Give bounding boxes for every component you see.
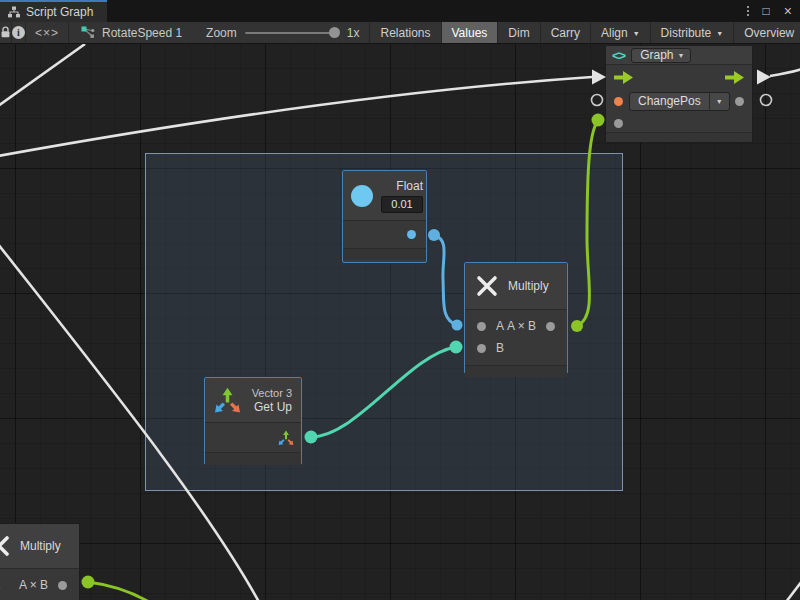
node-multiply[interactable]: Multiply A A × B B (464, 262, 568, 374)
distribute-label: Distribute (661, 26, 712, 40)
wire-end-dot-green (592, 114, 605, 127)
node-title: Multiply (20, 539, 61, 553)
value-output-port[interactable] (735, 97, 744, 106)
dim-button[interactable]: Dim (497, 22, 539, 43)
caret-down-icon: ▼ (678, 49, 691, 62)
wire-white-to-event-input (0, 77, 592, 156)
wire-white-corner (786, 581, 800, 600)
graph-dropdown[interactable]: Graph ▼ (631, 48, 691, 63)
distribute-button[interactable]: Distribute ▼ (650, 22, 734, 43)
tab-title: Script Graph (26, 5, 93, 19)
change-pos-dropdown[interactable]: ChangePos ▼ (629, 92, 730, 111)
graph-code-icon: <> (612, 48, 625, 63)
output-port[interactable] (58, 581, 67, 590)
code-view-button[interactable]: <×> (26, 22, 69, 43)
value-input-port[interactable] (614, 97, 623, 106)
caret-down-icon: ▼ (709, 93, 729, 110)
node-footer (343, 249, 426, 260)
zoom-slider[interactable] (245, 32, 339, 34)
dim-label: Dim (508, 26, 529, 40)
zoom-slider-handle[interactable] (329, 27, 340, 38)
node-footer (606, 133, 752, 142)
graph-canvas[interactable]: <> Graph ▼ Change (0, 44, 800, 600)
script-graph-icon (8, 6, 20, 18)
node-body: A A × B (0, 569, 79, 600)
node-body (205, 423, 301, 453)
flow-input-arrow-icon[interactable] (614, 71, 633, 84)
lock-icon (0, 26, 11, 39)
node-header: <> Graph ▼ (606, 46, 752, 65)
flow-output-arrow-icon[interactable] (725, 71, 744, 84)
float-output-port[interactable] (407, 230, 416, 239)
window-menu-icon[interactable] (747, 6, 749, 16)
graph-name-label: RotateSpeed 1 (102, 26, 182, 40)
relations-label: Relations (380, 26, 430, 40)
overview-button[interactable]: Overview (733, 22, 800, 43)
caret-down-icon: ▼ (716, 30, 723, 37)
node-title: Float (396, 179, 423, 193)
close-icon[interactable]: × (784, 3, 792, 19)
node-title: Multiply (508, 279, 549, 293)
code-icon: <×> (35, 26, 59, 40)
value-input-port-2[interactable] (614, 119, 623, 128)
node-header: Float 0.01 (343, 171, 426, 221)
overview-label: Overview (744, 26, 794, 40)
caret-down-icon: ▼ (633, 30, 640, 37)
zoom-control: Zoom 1x (192, 22, 367, 43)
node-vector3-get-up[interactable]: Vector 3 Get Up (204, 377, 302, 465)
port-circle-left (592, 95, 603, 106)
carry-label: Carry (551, 26, 580, 40)
change-pos-label: ChangePos (630, 94, 709, 108)
relations-button[interactable]: Relations (369, 22, 440, 43)
node-footer (205, 453, 301, 465)
toolbar-buttons: Relations Values Dim Carry Align ▼ Distr… (369, 22, 800, 43)
node-footer (465, 366, 567, 377)
graph-breadcrumb[interactable]: RotateSpeed 1 (69, 22, 192, 43)
float-value-field[interactable]: 0.01 (381, 196, 423, 213)
carry-button[interactable]: Carry (540, 22, 590, 43)
script-graph-window: Script Graph □ × i <×> (0, 0, 800, 600)
node-multiply-2[interactable]: Multiply A A × B (0, 523, 80, 600)
tab-script-graph[interactable]: Script Graph (0, 0, 107, 22)
node-float[interactable]: Float 0.01 (342, 170, 427, 263)
node-graph-icon (81, 26, 95, 40)
align-button[interactable]: Align ▼ (590, 22, 650, 43)
node-header: Vector 3 Get Up (205, 378, 301, 423)
wire-end-dot-green (82, 576, 95, 589)
wire-green-bottom (88, 582, 149, 600)
tab-bar: Script Graph □ × (0, 0, 800, 22)
wire-white-from-event-output (770, 69, 800, 76)
graph-dropdown-label: Graph (632, 48, 677, 62)
info-icon: i (12, 26, 25, 39)
node-body (343, 221, 426, 249)
values-button[interactable]: Values (441, 22, 498, 43)
node-change-pos-event[interactable]: <> Graph ▼ Change (605, 45, 753, 143)
maximize-icon[interactable]: □ (763, 4, 770, 18)
port-out-label: A × B (19, 578, 48, 592)
flow-arrow-left (592, 70, 606, 85)
output-port[interactable] (546, 322, 555, 331)
node-header: Multiply (0, 524, 79, 569)
vector3-output-port[interactable] (278, 430, 294, 446)
wire-white-topleft (0, 44, 85, 106)
input-port-a[interactable] (477, 322, 486, 331)
node-title: Vector 3 (252, 387, 292, 399)
input-port-b[interactable] (477, 344, 486, 353)
lock-button[interactable] (0, 22, 12, 43)
zoom-value: 1x (347, 26, 360, 40)
node-body: ChangePos ▼ (606, 65, 752, 133)
node-body: A A × B B (465, 310, 567, 366)
values-label: Values (452, 26, 488, 40)
window-controls: □ × (747, 0, 800, 22)
multiply-icon (0, 534, 11, 558)
node-header: Multiply (465, 263, 567, 310)
info-button[interactable]: i (12, 22, 26, 43)
port-circle-right (761, 95, 772, 106)
zoom-label: Zoom (206, 26, 237, 40)
graph-toolbar: i <×> RotateSpeed 1 Zoom 1x (0, 22, 800, 44)
port-a-label: A (496, 319, 504, 333)
multiply-icon (475, 274, 499, 298)
node-subtitle: Get Up (254, 400, 292, 414)
port-out-label: A × B (507, 319, 536, 333)
float-icon (351, 185, 373, 207)
